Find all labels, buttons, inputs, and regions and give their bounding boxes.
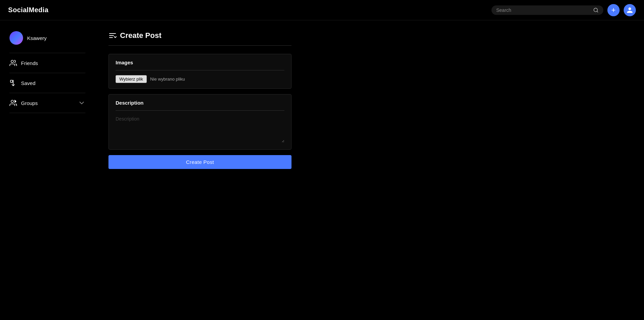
search-icon-button[interactable] [593,7,599,13]
groups-label-row: Groups [21,99,85,107]
svg-rect-4 [11,80,13,82]
sidebar-item-saved[interactable]: Saved [5,76,89,90]
search-input[interactable] [496,7,590,13]
saved-icon [9,79,17,87]
description-form-divider [116,110,284,111]
sidebar-friends-label: Friends [21,60,38,66]
description-section: Description [108,94,291,150]
sidebar-user[interactable]: Ksawery [5,28,89,47]
user-icon [626,7,633,14]
header-right: + [491,4,636,16]
groups-icon [9,99,17,107]
file-choose-button[interactable]: Wybierz plik [116,75,147,83]
user-avatar-button[interactable] [624,4,636,16]
sidebar-item-groups[interactable]: Groups [5,96,89,110]
sidebar-item-friends[interactable]: Friends [5,56,89,70]
friends-icon [9,59,17,67]
sidebar: Ksawery Friends Saved [0,20,95,320]
images-section: Images Wybierz plik Nie wybrano pliku [108,54,291,89]
svg-point-5 [11,100,14,103]
panel-title: Create Post [120,31,161,40]
panel-header: Create Post [108,31,291,40]
images-label: Images [116,60,284,65]
images-form-divider [116,70,284,70]
file-input-wrapper: Wybierz plik Nie wybrano pliku [116,75,284,83]
sidebar-divider-4 [9,113,85,113]
create-post-button[interactable]: Create Post [108,155,291,169]
logo: SocialMedia [8,6,48,14]
main-content: Create Post Images Wybierz plik Nie wybr… [95,20,644,320]
sidebar-groups-label: Groups [21,100,38,106]
layout: Ksawery Friends Saved [0,20,644,320]
sidebar-divider-2 [9,73,85,73]
description-label: Description [116,100,284,106]
search-bar [491,5,603,15]
sidebar-username: Ksawery [27,35,47,41]
create-post-icon [108,31,117,40]
sidebar-divider-1 [9,53,85,53]
create-post-panel: Create Post Images Wybierz plik Nie wybr… [108,31,291,169]
svg-point-2 [11,60,14,63]
sidebar-saved-label: Saved [21,80,36,86]
sidebar-divider-3 [9,93,85,93]
header: SocialMedia + [0,0,644,20]
search-icon [593,7,599,13]
add-button[interactable]: + [607,4,620,16]
file-no-chosen-text: Nie wybrano pliku [150,77,185,82]
chevron-down-icon [78,99,85,107]
svg-line-1 [597,11,598,12]
description-textarea[interactable] [116,115,284,143]
plus-icon: + [611,6,616,15]
user-avatar [9,31,23,45]
panel-divider [108,45,291,46]
